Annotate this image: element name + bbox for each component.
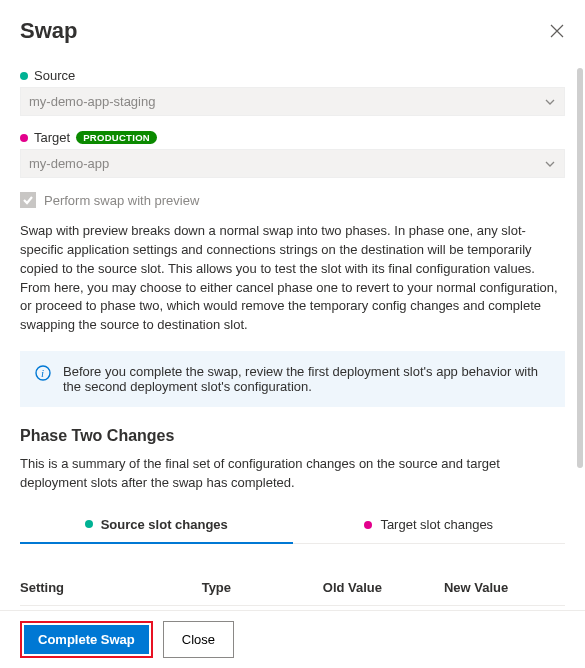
- table-row: NetFrameworkVersion General v8.0 v4.0: [20, 606, 565, 608]
- changes-table: Setting Type Old Value New Value NetFram…: [20, 570, 565, 608]
- col-old: Old Value: [323, 580, 444, 595]
- preview-checkbox-label: Perform swap with preview: [44, 193, 199, 208]
- phase2-summary: This is a summary of the final set of co…: [20, 455, 565, 493]
- production-badge: PRODUCTION: [76, 131, 157, 144]
- highlight-frame: Complete Swap: [20, 621, 153, 658]
- source-label: Source: [34, 68, 75, 83]
- phase2-heading: Phase Two Changes: [20, 427, 565, 445]
- col-setting: Setting: [20, 580, 202, 595]
- scrollbar[interactable]: [577, 68, 583, 468]
- target-marker-icon: [20, 134, 28, 142]
- tab-source-label: Source slot changes: [101, 517, 228, 532]
- description-text: Swap with preview breaks down a normal s…: [20, 222, 565, 335]
- chevron-down-icon: [544, 96, 556, 108]
- col-type: Type: [202, 580, 323, 595]
- preview-checkbox[interactable]: [20, 192, 36, 208]
- source-value: my-demo-app-staging: [29, 94, 155, 109]
- close-icon[interactable]: [549, 23, 565, 39]
- target-marker-icon: [364, 521, 372, 529]
- col-new: New Value: [444, 580, 565, 595]
- svg-text:i: i: [41, 367, 44, 379]
- tab-target-label: Target slot changes: [380, 517, 493, 532]
- source-marker-icon: [85, 520, 93, 528]
- info-icon: i: [35, 365, 51, 381]
- tab-source-changes[interactable]: Source slot changes: [20, 509, 293, 544]
- target-label: Target: [34, 130, 70, 145]
- panel-title: Swap: [20, 18, 77, 44]
- source-marker-icon: [20, 72, 28, 80]
- info-text: Before you complete the swap, review the…: [63, 364, 550, 394]
- close-button[interactable]: Close: [163, 621, 234, 658]
- source-select[interactable]: my-demo-app-staging: [20, 87, 565, 116]
- tab-target-changes[interactable]: Target slot changes: [293, 509, 566, 543]
- target-value: my-demo-app: [29, 156, 109, 171]
- chevron-down-icon: [544, 158, 556, 170]
- target-select[interactable]: my-demo-app: [20, 149, 565, 178]
- complete-swap-button[interactable]: Complete Swap: [24, 625, 149, 654]
- info-box: i Before you complete the swap, review t…: [20, 351, 565, 407]
